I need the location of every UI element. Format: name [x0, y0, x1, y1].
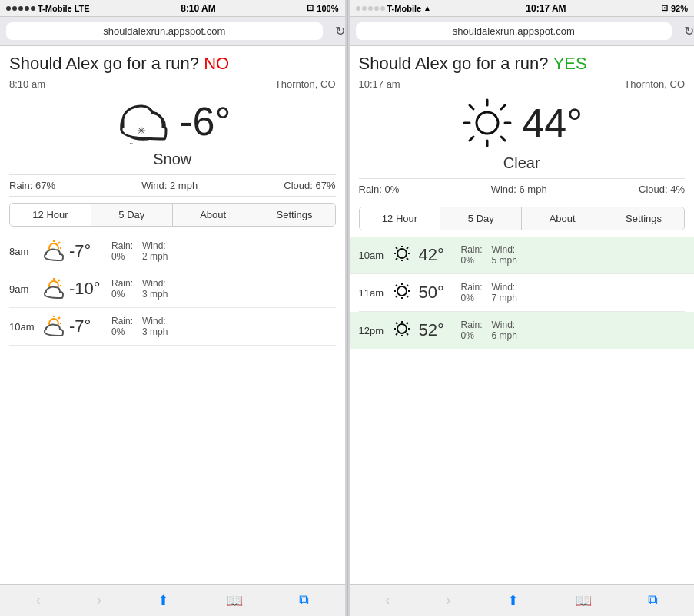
- svg-line-53: [396, 333, 397, 335]
- wind-label-1-right: Wind:: [492, 282, 517, 293]
- signal-dot: [6, 6, 11, 11]
- hour-temp-0-right: 42°: [419, 245, 461, 265]
- rain-label-2-right: Rain:: [461, 320, 483, 330]
- rain-label-0-left: Rain:: [111, 240, 133, 251]
- hour-temp-1-right: 50°: [419, 283, 461, 303]
- signal-dot-empty: [356, 6, 360, 11]
- carrier-text: T-Mobile LTE: [38, 4, 90, 13]
- tab-12hour-right[interactable]: 12 Hour: [360, 207, 441, 230]
- rain-label-0-right: Rain:: [461, 244, 483, 255]
- url-bar-right[interactable]: shouldalexrun.appspot.com: [356, 22, 672, 40]
- svg-line-49: [407, 323, 408, 324]
- hourly-icon-0-left: [40, 239, 68, 263]
- wind-label-0-right: Wind:: [492, 244, 517, 255]
- status-bar-left: T-Mobile LTE 8:10 AM ⊡ 100%: [0, 0, 345, 17]
- tab-12hour-left[interactable]: 12 Hour: [10, 204, 91, 226]
- back-btn-right[interactable]: ‹: [385, 592, 390, 608]
- svg-text:✳: ✳: [137, 124, 146, 137]
- tabs-right: 12 Hour 5 Day About Settings: [359, 207, 686, 230]
- wind-label-2-left: Wind:: [142, 316, 168, 326]
- svg-line-33: [407, 258, 408, 260]
- back-btn-left[interactable]: ‹: [36, 592, 41, 608]
- rain-label-1-right: Rain:: [461, 282, 483, 293]
- wind-val-1-right: 7 mph: [492, 293, 517, 303]
- time-left: 8:10 AM: [181, 3, 216, 14]
- time-location-left: 8:10 am Thornton, CO: [9, 78, 336, 90]
- cloud-stat-right: Cloud: 4%: [639, 184, 685, 195]
- hour-time-2-left: 10am: [9, 321, 38, 333]
- hour-temp-2-right: 52°: [419, 320, 461, 340]
- divider: [347, 0, 348, 616]
- rain-label-2-left: Rain:: [111, 316, 133, 326]
- hour-temp-2-left: -7°: [69, 316, 111, 336]
- svg-line-46: [396, 285, 397, 286]
- bookmarks-btn-left[interactable]: 📖: [226, 592, 243, 609]
- hour-time-1-left: 9am: [9, 283, 38, 295]
- bookmarks-btn-right[interactable]: 📖: [575, 592, 592, 609]
- location-left: Thornton, CO: [275, 78, 336, 90]
- wifi-icon-right: ▲: [423, 4, 431, 12]
- time-location-right: 10:17 am Thornton, CO: [359, 78, 686, 90]
- weather-stats-left: Rain: 67% Wind: 2 mph Cloud: 67%: [9, 174, 336, 197]
- svg-point-29: [397, 249, 407, 258]
- rain-val-0-right: 0%: [461, 255, 483, 266]
- condition-right: Clear: [359, 154, 686, 172]
- battery-text: 100%: [317, 4, 338, 13]
- hour-time-2-right: 12pm: [359, 325, 388, 336]
- share-btn-right[interactable]: ⬆: [507, 592, 519, 609]
- svg-line-51: [407, 333, 408, 335]
- content-left: Should Alex go for a run? NO 8:10 am Tho…: [0, 46, 345, 584]
- refresh-icon-left[interactable]: ↻: [335, 24, 345, 38]
- hour-temp-1-left: -10°: [69, 279, 111, 299]
- tab-settings-right[interactable]: Settings: [603, 207, 684, 230]
- refresh-icon-right[interactable]: ↻: [684, 24, 694, 38]
- wind-val-2-right: 6 mph: [492, 330, 517, 341]
- wind-stat-right: Wind: 6 mph: [491, 184, 547, 195]
- tab-about-right[interactable]: About: [522, 207, 603, 230]
- tabs-btn-right[interactable]: ⧉: [648, 592, 658, 608]
- svg-line-40: [407, 285, 408, 286]
- share-btn-left[interactable]: ⬆: [158, 592, 169, 609]
- current-time-right: 10:17 am: [359, 78, 400, 90]
- svg-line-10: [58, 242, 60, 243]
- cloud-stat-left: Cloud: 67%: [284, 180, 335, 191]
- hourly-icon-1-left: [40, 277, 68, 301]
- tabs-left: 12 Hour 5 Day About Settings: [9, 203, 336, 227]
- right-phone: T-Mobile ▲ 10:17 AM ⊡ 92% shouldalexrun.…: [350, 0, 695, 616]
- svg-line-26: [501, 105, 505, 109]
- battery-icon-right: ⊡: [661, 3, 668, 13]
- forward-btn-right[interactable]: ›: [446, 592, 450, 608]
- location-right: Thornton, CO: [624, 78, 685, 90]
- signal-dot: [12, 6, 17, 11]
- answer-left: NO: [204, 54, 229, 73]
- battery-icon: ⊡: [307, 3, 314, 13]
- forward-btn-left[interactable]: ›: [97, 592, 101, 608]
- wind-val-2-left: 3 mph: [142, 326, 168, 337]
- hourly-row-0-left: 8am -7° Rain: 0% Wind: 2 mph: [9, 233, 336, 270]
- hourly-row-1-left: 9am -10° Rain: 0% Wind: 3 mph: [9, 270, 336, 308]
- tab-settings-left[interactable]: Settings: [254, 204, 335, 226]
- carrier-right: T-Mobile ▲: [356, 4, 432, 13]
- temperature-left: -6°: [179, 98, 231, 144]
- rain-val-1-left: 0%: [111, 289, 133, 300]
- rain-val-1-right: 0%: [461, 293, 483, 303]
- signal-dot-empty: [374, 6, 379, 11]
- svg-line-18: [58, 317, 60, 319]
- url-bar-left[interactable]: shouldalexrun.appspot.com: [6, 22, 323, 40]
- browser-bar-right: shouldalexrun.appspot.com ↻: [350, 17, 695, 46]
- answer-right: YES: [553, 54, 587, 73]
- hour-time-1-right: 11am: [359, 287, 388, 299]
- weather-icon-left: ✳ ‥: [114, 96, 171, 146]
- tab-about-left[interactable]: About: [173, 204, 254, 226]
- svg-point-47: [397, 324, 407, 333]
- weather-stats-right: Rain: 0% Wind: 6 mph Cloud: 4%: [359, 178, 686, 200]
- time-right: 10:17 AM: [526, 3, 566, 14]
- hourly-row-0-right: 10am 42° Rain: 0%: [350, 237, 695, 274]
- tabs-btn-left[interactable]: ⧉: [299, 592, 309, 608]
- main-question-right: Should Alex go for a run? YES: [359, 54, 686, 74]
- tab-5day-right[interactable]: 5 Day: [440, 207, 522, 230]
- browser-bottom-right: ‹ › ⬆ 📖 ⧉: [350, 584, 695, 616]
- svg-line-55: [396, 323, 397, 324]
- tab-5day-left[interactable]: 5 Day: [91, 204, 173, 226]
- svg-point-28: [477, 112, 498, 134]
